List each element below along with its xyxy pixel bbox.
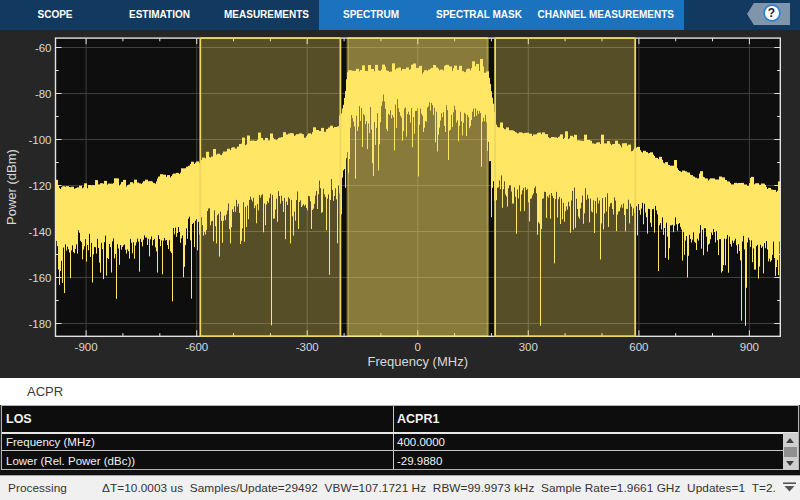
svg-text:-900: -900 xyxy=(75,341,98,353)
svg-text:600: 600 xyxy=(629,341,648,353)
svg-text:-600: -600 xyxy=(185,341,208,353)
svg-text:300: 300 xyxy=(519,341,538,353)
svg-text:Power (dBm): Power (dBm) xyxy=(4,149,19,225)
svg-text:-100: -100 xyxy=(28,134,51,146)
svg-text:-300: -300 xyxy=(296,341,319,353)
svg-text:900: 900 xyxy=(740,341,759,353)
svg-text:-180: -180 xyxy=(28,318,51,330)
svg-text:0: 0 xyxy=(415,341,421,353)
svg-text:-80: -80 xyxy=(35,88,52,100)
svg-text:Frequency (MHz): Frequency (MHz) xyxy=(368,354,468,369)
svg-text:-60: -60 xyxy=(35,42,52,54)
svg-text:-120: -120 xyxy=(28,180,51,192)
svg-text:-160: -160 xyxy=(28,272,51,284)
svg-text:-140: -140 xyxy=(28,226,51,238)
